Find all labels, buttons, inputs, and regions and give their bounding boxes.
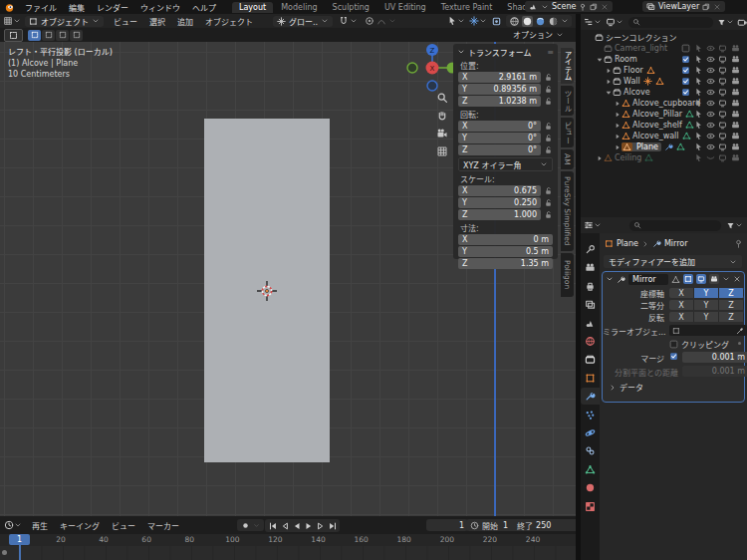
- workspace-tab-Sculpting[interactable]: Sculpting: [326, 2, 376, 13]
- viewport-menu-ビュー[interactable]: ビュー: [108, 16, 143, 27]
- camera-icon[interactable]: [731, 121, 740, 130]
- chev-down-icon[interactable]: [722, 275, 730, 283]
- monitor-icon[interactable]: [718, 132, 727, 140]
- delete-modifier-button[interactable]: [733, 275, 741, 283]
- cursor-icon[interactable]: [694, 153, 703, 162]
- chev-down-icon[interactable]: [541, 3, 549, 11]
- nodes-icon[interactable]: [644, 153, 653, 162]
- properties-tab-object-data[interactable]: [581, 461, 600, 478]
- hand-icon[interactable]: [436, 110, 448, 122]
- outliner-search[interactable]: [628, 17, 713, 28]
- outliner-row-Alcove[interactable]: Alcove: [581, 87, 747, 98]
- zoom-tool-icon[interactable]: [436, 92, 448, 104]
- duplicate-icon[interactable]: [702, 3, 710, 11]
- select-box-tool-button[interactable]: [4, 29, 23, 42]
- snap-controls[interactable]: [339, 16, 358, 26]
- tri-right-icon[interactable]: [605, 67, 613, 75]
- monitor-icon[interactable]: [718, 77, 727, 86]
- chev-down-icon[interactable]: [321, 17, 329, 25]
- proportional-edit-controls[interactable]: [365, 16, 396, 26]
- chev-down-icon[interactable]: [735, 221, 743, 229]
- chev-down-icon[interactable]: [594, 221, 602, 229]
- mesh-icon[interactable]: [646, 66, 655, 75]
- funnel-icon[interactable]: [726, 221, 735, 230]
- funnel-icon[interactable]: [717, 18, 726, 27]
- axis-Y-toggle[interactable]: Y: [694, 288, 719, 298]
- chev-down-icon[interactable]: [606, 275, 614, 283]
- perspective-toggle-icon[interactable]: [436, 145, 448, 157]
- eye-icon[interactable]: [706, 55, 715, 64]
- chev-down-icon[interactable]: [92, 17, 100, 25]
- snap-magnet-icon[interactable]: [339, 16, 349, 26]
- realtime-toggle[interactable]: [696, 274, 706, 284]
- navigation-gizmo[interactable]: Z X: [404, 42, 460, 94]
- lock-open-icon[interactable]: [544, 85, 553, 94]
- monitor-icon[interactable]: [718, 153, 727, 162]
- eyedropper-icon[interactable]: [736, 327, 744, 335]
- sphere-material-icon[interactable]: [535, 16, 546, 27]
- cursor-icon[interactable]: [694, 66, 703, 75]
- mesh-icon[interactable]: [671, 275, 680, 284]
- nodes-icon[interactable]: [682, 132, 691, 140]
- select-mode-extend-button[interactable]: [42, 30, 55, 41]
- wrench-icon[interactable]: [664, 142, 673, 151]
- chev-down-icon[interactable]: [594, 18, 602, 26]
- data-subpanel-header[interactable]: データ: [609, 382, 643, 393]
- sphere-wire-icon[interactable]: [509, 16, 520, 27]
- value-slider[interactable]: X0°: [458, 121, 541, 132]
- pan-hand-icon[interactable]: [436, 110, 448, 122]
- close-icon[interactable]: [713, 3, 721, 11]
- breadcrumb-modifier[interactable]: Mirror: [664, 239, 688, 248]
- value-slider[interactable]: Y0°: [458, 133, 541, 143]
- value-slider[interactable]: Z1.35 m: [458, 258, 553, 269]
- properties-tab-world[interactable]: [581, 333, 600, 350]
- checkbox-on-icon[interactable]: [681, 55, 690, 64]
- nodes-icon[interactable]: [685, 110, 694, 119]
- viewport-menu-オブジェクト[interactable]: オブジェクト: [199, 16, 259, 27]
- monitor-icon[interactable]: [718, 66, 727, 75]
- xray-toggle[interactable]: [491, 16, 502, 27]
- jump-end-button[interactable]: [327, 520, 338, 531]
- workspace-tab-UV Editing[interactable]: UV Editing: [377, 2, 433, 13]
- xray-icon[interactable]: [491, 16, 502, 27]
- chev-down-icon[interactable]: [457, 17, 465, 25]
- cursor-icon[interactable]: [694, 132, 703, 140]
- eye-icon[interactable]: [706, 88, 715, 97]
- monitor-icon[interactable]: [606, 17, 616, 27]
- menu-レンダー[interactable]: レンダー: [91, 2, 134, 13]
- chev-down-icon[interactable]: [350, 17, 358, 25]
- chev-down-icon[interactable]: [479, 17, 487, 25]
- sliders-icon[interactable]: [584, 220, 594, 230]
- mode-selector[interactable]: オブジェクト: [25, 16, 104, 27]
- eye-icon[interactable]: [706, 99, 715, 108]
- checkbox-on-icon[interactable]: [681, 77, 690, 86]
- outliner-row-Floor[interactable]: Floor: [581, 65, 747, 76]
- outliner-display-mode-button[interactable]: [606, 17, 623, 27]
- properties-filter-button[interactable]: [726, 221, 743, 230]
- lock-open-icon[interactable]: [544, 198, 553, 207]
- chev-down-icon[interactable]: [457, 48, 465, 56]
- filter-button[interactable]: [717, 18, 734, 27]
- transform-panel-title[interactable]: トランスフォーム: [468, 47, 532, 58]
- viewport-menu-選択[interactable]: 選択: [143, 16, 171, 27]
- animate-dot[interactable]: [738, 342, 741, 345]
- tri-down-icon[interactable]: [605, 89, 613, 97]
- eye-icon[interactable]: [706, 66, 715, 75]
- axis-Y-toggle[interactable]: Y: [694, 300, 719, 310]
- properties-tab-render[interactable]: [581, 259, 600, 276]
- empty-axes-icon[interactable]: [643, 77, 652, 86]
- camera-icon[interactable]: [731, 77, 740, 86]
- modifier-name-field[interactable]: Mirror: [628, 274, 668, 285]
- value-slider[interactable]: Z1.000: [458, 209, 541, 220]
- value-slider[interactable]: X2.9161 m: [458, 72, 541, 83]
- chev-down-icon[interactable]: [14, 521, 22, 529]
- properties-tab-scene[interactable]: [581, 315, 600, 332]
- workspace-tab-Texture Paint[interactable]: Texture Paint: [434, 2, 500, 13]
- axis-Y-toggle[interactable]: Y: [694, 312, 719, 322]
- select-box-icon[interactable]: [9, 31, 18, 40]
- eye-icon[interactable]: [706, 121, 715, 130]
- tri-right-icon[interactable]: [614, 100, 622, 108]
- transform-orientation[interactable]: グロー..: [273, 16, 333, 27]
- timeline-track-area[interactable]: [0, 546, 576, 560]
- new-collection-button[interactable]: [737, 17, 747, 27]
